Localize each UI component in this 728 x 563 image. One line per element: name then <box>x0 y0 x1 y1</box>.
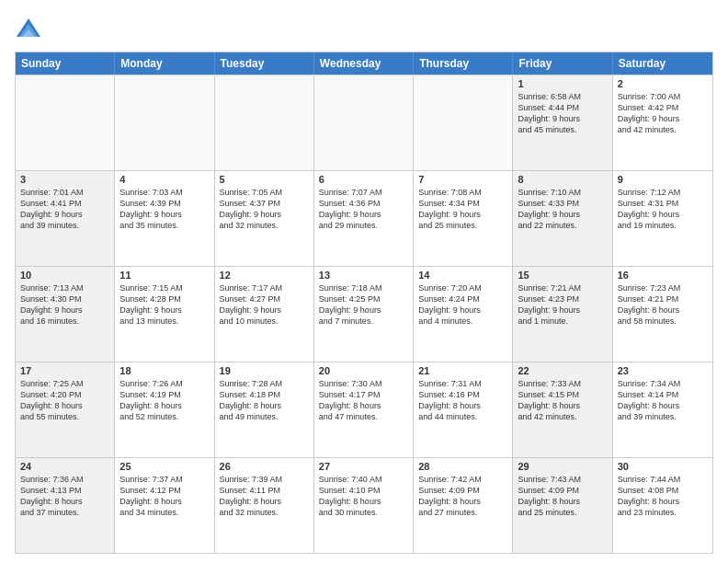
calendar-row-2: 10Sunrise: 7:13 AM Sunset: 4:30 PM Dayli… <box>16 266 712 362</box>
day-number: 15 <box>518 270 607 281</box>
day-number: 8 <box>518 174 607 185</box>
day-info: Sunrise: 7:17 AM Sunset: 4:27 PM Dayligh… <box>220 282 309 327</box>
day-info: Sunrise: 7:25 AM Sunset: 4:20 PM Dayligh… <box>20 378 109 423</box>
calendar-cell: 25Sunrise: 7:37 AM Sunset: 4:12 PM Dayli… <box>115 458 214 553</box>
day-info: Sunrise: 7:42 AM Sunset: 4:09 PM Dayligh… <box>418 474 507 519</box>
calendar-cell: 13Sunrise: 7:18 AM Sunset: 4:25 PM Dayli… <box>314 267 414 362</box>
header-day-wednesday: Wednesday <box>314 52 414 75</box>
day-number: 2 <box>618 78 708 89</box>
day-number: 7 <box>418 174 507 185</box>
calendar-cell: 2Sunrise: 7:00 AM Sunset: 4:42 PM Daylig… <box>613 75 712 170</box>
day-number: 22 <box>518 365 607 376</box>
day-info: Sunrise: 7:01 AM Sunset: 4:41 PM Dayligh… <box>20 187 109 232</box>
day-number: 29 <box>518 461 607 472</box>
day-number: 19 <box>220 365 309 376</box>
calendar-cell: 8Sunrise: 7:10 AM Sunset: 4:33 PM Daylig… <box>513 171 612 266</box>
calendar-row-0: 1Sunrise: 6:58 AM Sunset: 4:44 PM Daylig… <box>16 75 712 170</box>
calendar-row-3: 17Sunrise: 7:25 AM Sunset: 4:20 PM Dayli… <box>16 362 712 457</box>
header-day-sunday: Sunday <box>16 52 115 75</box>
day-info: Sunrise: 7:37 AM Sunset: 4:12 PM Dayligh… <box>119 474 209 519</box>
header-day-thursday: Thursday <box>414 52 513 75</box>
day-info: Sunrise: 7:31 AM Sunset: 4:16 PM Dayligh… <box>418 378 507 423</box>
day-number: 12 <box>220 270 309 281</box>
day-info: Sunrise: 7:07 AM Sunset: 4:36 PM Dayligh… <box>319 187 408 232</box>
calendar-cell: 23Sunrise: 7:34 AM Sunset: 4:14 PM Dayli… <box>613 362 712 457</box>
calendar-cell: 26Sunrise: 7:39 AM Sunset: 4:11 PM Dayli… <box>215 458 314 553</box>
day-number: 3 <box>20 174 109 185</box>
calendar-cell <box>414 75 513 170</box>
calendar-body: 1Sunrise: 6:58 AM Sunset: 4:44 PM Daylig… <box>16 75 712 553</box>
day-info: Sunrise: 7:44 AM Sunset: 4:08 PM Dayligh… <box>618 474 708 519</box>
header-day-monday: Monday <box>115 52 214 75</box>
header-day-saturday: Saturday <box>613 52 712 75</box>
calendar-cell: 9Sunrise: 7:12 AM Sunset: 4:31 PM Daylig… <box>613 171 712 266</box>
calendar-cell: 27Sunrise: 7:40 AM Sunset: 4:10 PM Dayli… <box>314 458 414 553</box>
day-info: Sunrise: 7:23 AM Sunset: 4:21 PM Dayligh… <box>618 282 708 327</box>
calendar-cell <box>314 75 414 170</box>
calendar-cell: 17Sunrise: 7:25 AM Sunset: 4:20 PM Dayli… <box>16 362 115 457</box>
day-number: 5 <box>220 174 309 185</box>
day-info: Sunrise: 7:20 AM Sunset: 4:24 PM Dayligh… <box>418 282 507 327</box>
calendar-cell: 6Sunrise: 7:07 AM Sunset: 4:36 PM Daylig… <box>314 171 414 266</box>
day-info: Sunrise: 6:58 AM Sunset: 4:44 PM Dayligh… <box>518 91 607 136</box>
calendar-cell: 21Sunrise: 7:31 AM Sunset: 4:16 PM Dayli… <box>414 362 513 457</box>
page: SundayMondayTuesdayWednesdayThursdayFrid… <box>0 0 728 563</box>
calendar-cell: 12Sunrise: 7:17 AM Sunset: 4:27 PM Dayli… <box>215 267 314 362</box>
calendar-cell: 30Sunrise: 7:44 AM Sunset: 4:08 PM Dayli… <box>613 458 712 553</box>
calendar-cell: 16Sunrise: 7:23 AM Sunset: 4:21 PM Dayli… <box>613 267 712 362</box>
calendar-cell: 28Sunrise: 7:42 AM Sunset: 4:09 PM Dayli… <box>414 458 513 553</box>
day-number: 24 <box>20 461 109 472</box>
calendar-cell: 22Sunrise: 7:33 AM Sunset: 4:15 PM Dayli… <box>513 362 612 457</box>
calendar-cell: 10Sunrise: 7:13 AM Sunset: 4:30 PM Dayli… <box>16 267 115 362</box>
day-number: 1 <box>518 78 607 89</box>
calendar-row-4: 24Sunrise: 7:36 AM Sunset: 4:13 PM Dayli… <box>16 457 712 553</box>
day-info: Sunrise: 7:43 AM Sunset: 4:09 PM Dayligh… <box>518 474 607 519</box>
logo-icon <box>15 15 42 42</box>
day-number: 6 <box>319 174 408 185</box>
day-number: 30 <box>618 461 708 472</box>
calendar-cell: 15Sunrise: 7:21 AM Sunset: 4:23 PM Dayli… <box>513 267 612 362</box>
day-number: 21 <box>418 365 507 376</box>
calendar-cell <box>16 75 115 170</box>
day-number: 4 <box>119 174 209 185</box>
day-info: Sunrise: 7:30 AM Sunset: 4:17 PM Dayligh… <box>319 378 408 423</box>
day-info: Sunrise: 7:18 AM Sunset: 4:25 PM Dayligh… <box>319 282 408 327</box>
day-number: 23 <box>618 365 708 376</box>
calendar-cell: 24Sunrise: 7:36 AM Sunset: 4:13 PM Dayli… <box>16 458 115 553</box>
header <box>15 15 713 42</box>
header-day-friday: Friday <box>513 52 612 75</box>
day-number: 28 <box>418 461 507 472</box>
day-info: Sunrise: 7:13 AM Sunset: 4:30 PM Dayligh… <box>20 282 109 327</box>
day-info: Sunrise: 7:21 AM Sunset: 4:23 PM Dayligh… <box>518 282 607 327</box>
calendar-cell: 3Sunrise: 7:01 AM Sunset: 4:41 PM Daylig… <box>16 171 115 266</box>
day-info: Sunrise: 7:12 AM Sunset: 4:31 PM Dayligh… <box>618 187 708 232</box>
calendar-cell: 18Sunrise: 7:26 AM Sunset: 4:19 PM Dayli… <box>115 362 214 457</box>
day-number: 18 <box>119 365 209 376</box>
day-info: Sunrise: 7:28 AM Sunset: 4:18 PM Dayligh… <box>220 378 309 423</box>
day-number: 17 <box>20 365 109 376</box>
day-info: Sunrise: 7:33 AM Sunset: 4:15 PM Dayligh… <box>518 378 607 423</box>
logo <box>15 15 46 42</box>
day-info: Sunrise: 7:15 AM Sunset: 4:28 PM Dayligh… <box>119 282 209 327</box>
day-number: 27 <box>319 461 408 472</box>
day-info: Sunrise: 7:00 AM Sunset: 4:42 PM Dayligh… <box>618 91 708 136</box>
calendar-cell: 19Sunrise: 7:28 AM Sunset: 4:18 PM Dayli… <box>215 362 314 457</box>
day-number: 16 <box>618 270 708 281</box>
day-info: Sunrise: 7:26 AM Sunset: 4:19 PM Dayligh… <box>119 378 209 423</box>
day-info: Sunrise: 7:36 AM Sunset: 4:13 PM Dayligh… <box>20 474 109 519</box>
day-info: Sunrise: 7:05 AM Sunset: 4:37 PM Dayligh… <box>220 187 309 232</box>
calendar-header: SundayMondayTuesdayWednesdayThursdayFrid… <box>16 52 712 75</box>
day-info: Sunrise: 7:34 AM Sunset: 4:14 PM Dayligh… <box>618 378 708 423</box>
calendar-cell: 14Sunrise: 7:20 AM Sunset: 4:24 PM Dayli… <box>414 267 513 362</box>
day-info: Sunrise: 7:40 AM Sunset: 4:10 PM Dayligh… <box>319 474 408 519</box>
day-number: 25 <box>119 461 209 472</box>
day-number: 11 <box>119 270 209 281</box>
calendar: SundayMondayTuesdayWednesdayThursdayFrid… <box>15 52 713 554</box>
header-day-tuesday: Tuesday <box>215 52 314 75</box>
calendar-cell: 4Sunrise: 7:03 AM Sunset: 4:39 PM Daylig… <box>115 171 214 266</box>
calendar-cell <box>115 75 214 170</box>
day-number: 13 <box>319 270 408 281</box>
day-number: 9 <box>618 174 708 185</box>
calendar-cell: 7Sunrise: 7:08 AM Sunset: 4:34 PM Daylig… <box>414 171 513 266</box>
day-number: 20 <box>319 365 408 376</box>
